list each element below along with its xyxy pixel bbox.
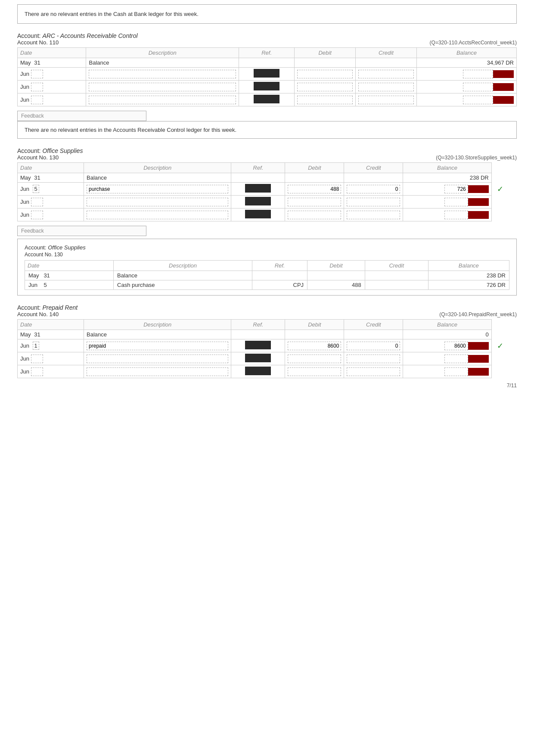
os-row4-balance-input[interactable] [444,211,468,219]
os-row2-desc-input[interactable] [87,185,228,193]
pr-row3-ref [231,352,285,365]
pr-row-1: May 31 Balance 0 [18,330,517,339]
pr-row3-credit-input[interactable] [347,355,400,363]
os-row4-desc-input[interactable] [87,211,228,219]
arc-col-debit: Debit [295,48,356,58]
os-row3-debit-input[interactable] [288,198,341,206]
arc-row3-desc-td [86,81,239,93]
arc-row2-day-input[interactable] [31,70,43,78]
arc-row2-date: Jun [18,68,86,81]
arc-row4-balance-input[interactable] [463,96,493,104]
pr-col-balance: Balance [403,320,491,330]
arc-feedback-input[interactable] [17,111,146,121]
os-row3-credit-input[interactable] [347,198,400,206]
arc-row2-desc-input[interactable] [89,70,236,78]
arc-row2-balance-input[interactable] [463,70,493,78]
arc-row4-ref-box [254,95,279,103]
pr-row2-balance-input[interactable] [444,342,468,350]
pr-row4-day-input[interactable] [31,367,43,376]
os-row1-check [491,173,516,183]
pr-row4-date: Jun [18,365,84,378]
os-col-debit: Debit [285,163,344,173]
os-ans-row-1: May 31 Balance 238 DR [25,271,509,280]
arc-account-no: Account No. 110 [17,39,138,46]
pr-row2-credit-input[interactable] [347,342,400,350]
os-row1-debit [285,173,344,183]
pr-row3-day-input[interactable] [31,355,43,363]
os-row2-balance-input[interactable] [444,185,468,193]
arc-row4-credit-td [356,93,417,106]
os-ans-row1-date: May 31 [25,271,114,280]
os-row3-day-input[interactable] [31,198,43,206]
os-ans-row1-balance: 238 DR [428,271,509,280]
arc-row3-debit-input[interactable] [297,83,353,91]
os-row2-desc-td [84,183,231,196]
os-row1-date: May 31 [18,173,84,183]
os-ans-col-ref: Ref. [252,261,307,271]
pr-row2-credit-td [344,339,403,352]
pr-row4-credit-input[interactable] [347,367,400,376]
os-answer-table: Date Description Ref. Debit Credit Balan… [25,260,509,290]
prepaid-rent-title-block: Account: Prepaid Rent Account No. 140 [17,304,78,317]
os-row4-credit-input[interactable] [347,211,400,219]
arc-row4-day-input[interactable] [31,96,43,104]
os-row4-day-input[interactable] [31,211,43,219]
prepaid-rent-section: Account: Prepaid Rent Account No. 140 (Q… [17,304,517,378]
os-ans-row2-debit: 488 [307,280,365,290]
os-row2-credit-input[interactable] [347,185,400,193]
arc-row2-debit-td [295,68,356,81]
os-feedback-input[interactable] [17,226,146,236]
arc-row3-desc-input[interactable] [89,83,236,91]
pr-row4-debit-input[interactable] [288,367,341,376]
pr-row4-balance [403,365,491,378]
os-ans-row2-ref: CPJ [252,280,307,290]
arc-row4-credit-input[interactable] [358,96,414,104]
arc-row1-balance: 34,967 DR [416,58,516,68]
arc-row4-desc-input[interactable] [89,96,236,104]
arc-ledger-table: Date Description Ref. Debit Credit Balan… [17,47,517,106]
arc-row2-credit-input[interactable] [358,70,414,78]
os-row3-check-cell [491,196,516,208]
arc-row3-day-input[interactable] [31,83,43,91]
pr-row4-balance-box [468,368,489,376]
pr-row2-debit-input[interactable] [288,342,341,350]
pr-row3-desc-td [84,352,231,365]
office-supplies-ref: (Q=320-130.StoreSupplies_week1) [436,155,517,161]
os-ans-col-debit: Debit [307,261,365,271]
os-row4-debit-input[interactable] [288,211,341,219]
os-ans-row2-balance: 726 DR [428,280,509,290]
os-row3-balance-input[interactable] [444,198,468,206]
os-row-2: Jun 5 [18,183,517,196]
os-ans-row1-desc: Balance [114,271,252,280]
os-row4-date: Jun [18,208,84,221]
arc-row3-credit-input[interactable] [358,83,414,91]
os-row3-desc-input[interactable] [87,198,228,206]
arc-row4-ref [239,93,294,106]
pr-row3-balance-input[interactable] [444,355,468,363]
os-row4-ref [231,208,285,221]
pr-row4-balance-input[interactable] [444,367,468,376]
arc-row2-debit-input[interactable] [297,70,353,78]
arc-row3-balance-input[interactable] [463,83,493,91]
os-answer-title: Account: Office Supplies [25,244,509,251]
os-row2-ref-box [245,184,271,193]
pr-row2-desc-input[interactable] [87,342,228,350]
pr-row4-ref-box [245,367,271,375]
arc-row-4: Jun [18,93,517,106]
arc-title-block: Account: ARC - Accounts Receivable Contr… [17,32,138,46]
pr-row3-debit-input[interactable] [288,355,341,363]
arc-row-1: May 31 Balance 34,967 DR [18,58,517,68]
pr-row2-debit-td [285,339,344,352]
os-col-check [491,163,516,173]
os-row3-balance [403,196,491,208]
pr-col-credit: Credit [344,320,403,330]
arc-row4-debit-input[interactable] [297,96,353,104]
arc-row-3: Jun [18,81,517,93]
os-row3-debit-td [285,196,344,208]
os-row3-desc-td [84,196,231,208]
pr-row3-desc-input[interactable] [87,355,228,363]
os-row2-check-cell: ✓ [491,183,516,196]
pr-row4-desc-input[interactable] [87,367,228,376]
os-ans-col-balance: Balance [428,261,509,271]
os-row2-debit-input[interactable] [288,185,341,193]
